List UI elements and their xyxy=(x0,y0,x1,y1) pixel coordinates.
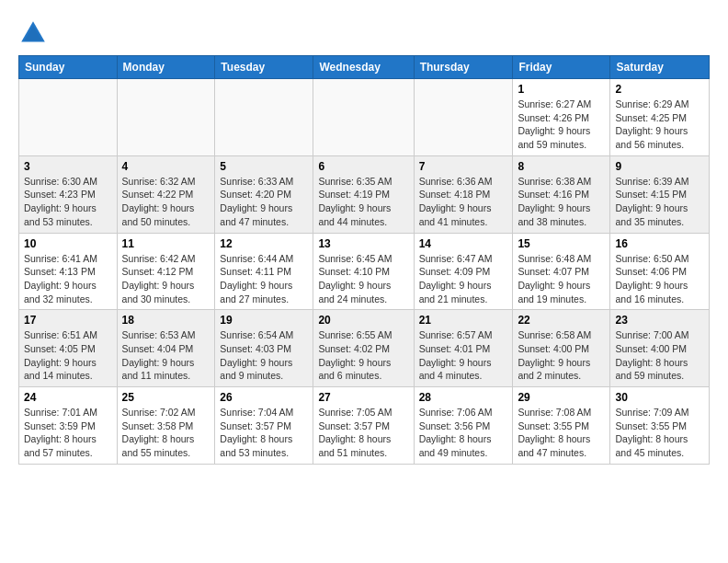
page: SundayMondayTuesdayWednesdayThursdayFrid… xyxy=(0,0,728,483)
day-info: Sunrise: 7:06 AMSunset: 3:56 PMDaylight:… xyxy=(419,406,508,460)
day-info: Sunrise: 6:57 AMSunset: 4:01 PMDaylight:… xyxy=(419,328,508,383)
day-info: Sunrise: 6:32 AMSunset: 4:22 PMDaylight:… xyxy=(122,175,210,229)
col-header-saturday: Saturday xyxy=(610,56,710,79)
day-number: 17 xyxy=(24,314,112,327)
calendar-cell: 22Sunrise: 6:58 AMSunset: 4:00 PMDayligh… xyxy=(513,310,610,387)
day-number: 14 xyxy=(419,237,508,250)
col-header-thursday: Thursday xyxy=(414,56,513,79)
calendar-cell: 26Sunrise: 7:04 AMSunset: 3:57 PMDayligh… xyxy=(215,387,313,465)
day-info: Sunrise: 6:53 AMSunset: 4:04 PMDaylight:… xyxy=(122,328,210,383)
calendar: SundayMondayTuesdayWednesdayThursdayFrid… xyxy=(18,55,710,465)
day-info: Sunrise: 6:35 AMSunset: 4:19 PMDaylight:… xyxy=(318,175,408,229)
day-number: 20 xyxy=(318,314,408,327)
calendar-week-row: 1Sunrise: 6:27 AMSunset: 4:26 PMDaylight… xyxy=(19,79,710,156)
day-info: Sunrise: 6:39 AMSunset: 4:15 PMDaylight:… xyxy=(615,175,704,229)
calendar-cell: 30Sunrise: 7:09 AMSunset: 3:55 PMDayligh… xyxy=(610,387,710,465)
calendar-cell: 20Sunrise: 6:55 AMSunset: 4:02 PMDayligh… xyxy=(313,310,414,387)
col-header-monday: Monday xyxy=(117,56,215,79)
day-number: 11 xyxy=(122,237,210,250)
day-number: 7 xyxy=(419,160,508,173)
calendar-cell: 17Sunrise: 6:51 AMSunset: 4:05 PMDayligh… xyxy=(19,310,118,387)
day-info: Sunrise: 6:30 AMSunset: 4:23 PMDaylight:… xyxy=(24,175,112,229)
day-number: 9 xyxy=(615,160,704,173)
calendar-cell: 1Sunrise: 6:27 AMSunset: 4:26 PMDaylight… xyxy=(513,79,610,156)
day-info: Sunrise: 6:58 AMSunset: 4:00 PMDaylight:… xyxy=(518,328,605,383)
day-info: Sunrise: 6:38 AMSunset: 4:16 PMDaylight:… xyxy=(518,175,605,229)
day-number: 22 xyxy=(518,314,605,327)
calendar-cell: 4Sunrise: 6:32 AMSunset: 4:22 PMDaylight… xyxy=(117,155,215,233)
day-number: 24 xyxy=(24,391,112,404)
logo-icon xyxy=(18,18,48,48)
day-info: Sunrise: 7:04 AMSunset: 3:57 PMDaylight:… xyxy=(220,406,308,460)
day-number: 13 xyxy=(318,237,408,250)
calendar-cell xyxy=(117,79,215,156)
calendar-cell xyxy=(19,79,118,156)
day-number: 3 xyxy=(24,160,112,173)
header xyxy=(18,15,710,48)
day-info: Sunrise: 7:00 AMSunset: 4:00 PMDaylight:… xyxy=(615,328,704,383)
calendar-cell: 5Sunrise: 6:33 AMSunset: 4:20 PMDaylight… xyxy=(215,155,313,233)
calendar-week-row: 3Sunrise: 6:30 AMSunset: 4:23 PMDaylight… xyxy=(19,155,710,233)
day-info: Sunrise: 6:55 AMSunset: 4:02 PMDaylight:… xyxy=(318,328,408,383)
day-number: 21 xyxy=(419,314,508,327)
calendar-cell: 9Sunrise: 6:39 AMSunset: 4:15 PMDaylight… xyxy=(610,155,710,233)
day-number: 4 xyxy=(122,160,210,173)
day-number: 1 xyxy=(518,83,605,96)
day-info: Sunrise: 7:02 AMSunset: 3:58 PMDaylight:… xyxy=(122,406,210,460)
calendar-cell: 18Sunrise: 6:53 AMSunset: 4:04 PMDayligh… xyxy=(117,310,215,387)
calendar-cell: 14Sunrise: 6:47 AMSunset: 4:09 PMDayligh… xyxy=(414,233,513,310)
calendar-cell: 7Sunrise: 6:36 AMSunset: 4:18 PMDaylight… xyxy=(414,155,513,233)
day-info: Sunrise: 6:42 AMSunset: 4:12 PMDaylight:… xyxy=(122,252,210,306)
day-number: 29 xyxy=(518,391,605,404)
calendar-cell: 24Sunrise: 7:01 AMSunset: 3:59 PMDayligh… xyxy=(19,387,118,465)
day-info: Sunrise: 7:08 AMSunset: 3:55 PMDaylight:… xyxy=(518,406,605,460)
calendar-cell: 19Sunrise: 6:54 AMSunset: 4:03 PMDayligh… xyxy=(215,310,313,387)
day-info: Sunrise: 6:29 AMSunset: 4:25 PMDaylight:… xyxy=(615,98,704,152)
calendar-cell: 11Sunrise: 6:42 AMSunset: 4:12 PMDayligh… xyxy=(117,233,215,310)
calendar-cell: 16Sunrise: 6:50 AMSunset: 4:06 PMDayligh… xyxy=(610,233,710,310)
calendar-cell: 6Sunrise: 6:35 AMSunset: 4:19 PMDaylight… xyxy=(313,155,414,233)
calendar-cell: 10Sunrise: 6:41 AMSunset: 4:13 PMDayligh… xyxy=(19,233,118,310)
calendar-cell: 23Sunrise: 7:00 AMSunset: 4:00 PMDayligh… xyxy=(610,310,710,387)
calendar-week-row: 10Sunrise: 6:41 AMSunset: 4:13 PMDayligh… xyxy=(19,233,710,310)
day-info: Sunrise: 7:01 AMSunset: 3:59 PMDaylight:… xyxy=(24,406,112,460)
day-number: 6 xyxy=(318,160,408,173)
calendar-cell: 3Sunrise: 6:30 AMSunset: 4:23 PMDaylight… xyxy=(19,155,118,233)
col-header-tuesday: Tuesday xyxy=(215,56,313,79)
day-info: Sunrise: 7:09 AMSunset: 3:55 PMDaylight:… xyxy=(615,406,704,460)
day-info: Sunrise: 6:48 AMSunset: 4:07 PMDaylight:… xyxy=(518,252,605,306)
day-number: 23 xyxy=(615,314,704,327)
day-number: 18 xyxy=(122,314,210,327)
calendar-cell xyxy=(414,79,513,156)
day-info: Sunrise: 6:47 AMSunset: 4:09 PMDaylight:… xyxy=(419,252,508,306)
day-number: 10 xyxy=(24,237,112,250)
day-info: Sunrise: 6:36 AMSunset: 4:18 PMDaylight:… xyxy=(419,175,508,229)
calendar-week-row: 24Sunrise: 7:01 AMSunset: 3:59 PMDayligh… xyxy=(19,387,710,465)
day-number: 5 xyxy=(220,160,308,173)
calendar-cell: 28Sunrise: 7:06 AMSunset: 3:56 PMDayligh… xyxy=(414,387,513,465)
calendar-cell: 13Sunrise: 6:45 AMSunset: 4:10 PMDayligh… xyxy=(313,233,414,310)
col-header-sunday: Sunday xyxy=(19,56,118,79)
calendar-cell: 12Sunrise: 6:44 AMSunset: 4:11 PMDayligh… xyxy=(215,233,313,310)
day-number: 8 xyxy=(518,160,605,173)
day-number: 27 xyxy=(318,391,408,404)
day-number: 19 xyxy=(220,314,308,327)
day-info: Sunrise: 6:54 AMSunset: 4:03 PMDaylight:… xyxy=(220,328,308,383)
day-number: 25 xyxy=(122,391,210,404)
calendar-cell: 29Sunrise: 7:08 AMSunset: 3:55 PMDayligh… xyxy=(513,387,610,465)
calendar-cell: 15Sunrise: 6:48 AMSunset: 4:07 PMDayligh… xyxy=(513,233,610,310)
day-info: Sunrise: 6:51 AMSunset: 4:05 PMDaylight:… xyxy=(24,328,112,383)
day-number: 16 xyxy=(615,237,704,250)
calendar-cell: 21Sunrise: 6:57 AMSunset: 4:01 PMDayligh… xyxy=(414,310,513,387)
calendar-cell: 8Sunrise: 6:38 AMSunset: 4:16 PMDaylight… xyxy=(513,155,610,233)
day-info: Sunrise: 6:50 AMSunset: 4:06 PMDaylight:… xyxy=(615,252,704,306)
calendar-cell: 25Sunrise: 7:02 AMSunset: 3:58 PMDayligh… xyxy=(117,387,215,465)
calendar-cell: 2Sunrise: 6:29 AMSunset: 4:25 PMDaylight… xyxy=(610,79,710,156)
day-number: 12 xyxy=(220,237,308,250)
calendar-week-row: 17Sunrise: 6:51 AMSunset: 4:05 PMDayligh… xyxy=(19,310,710,387)
day-number: 2 xyxy=(615,83,704,96)
day-number: 26 xyxy=(220,391,308,404)
day-info: Sunrise: 6:41 AMSunset: 4:13 PMDaylight:… xyxy=(24,252,112,306)
calendar-cell xyxy=(215,79,313,156)
calendar-cell: 27Sunrise: 7:05 AMSunset: 3:57 PMDayligh… xyxy=(313,387,414,465)
